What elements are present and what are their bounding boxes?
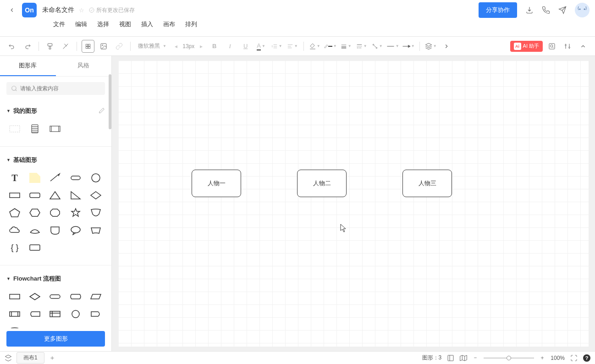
shape-octagon[interactable] bbox=[47, 205, 63, 220]
shape-circle[interactable] bbox=[88, 171, 104, 185]
format-painter-button[interactable] bbox=[44, 40, 56, 53]
menu-select[interactable]: 选择 bbox=[97, 20, 109, 28]
border-style-button[interactable]: ▼ bbox=[355, 40, 368, 53]
canvas-area[interactable]: 人物一 人物二 人物三 bbox=[112, 56, 595, 351]
shape-speech-bubble[interactable] bbox=[67, 223, 84, 237]
canvas-node[interactable]: 人物二 bbox=[297, 170, 347, 197]
shape-note[interactable] bbox=[27, 171, 43, 185]
share-button[interactable]: 分享协作 bbox=[479, 2, 517, 18]
settings-button[interactable] bbox=[561, 40, 574, 53]
shape-star[interactable] bbox=[67, 205, 84, 220]
menu-view[interactable]: 视图 bbox=[119, 20, 131, 28]
map-icon[interactable] bbox=[460, 354, 467, 362]
shape-trapezoid-curved[interactable] bbox=[88, 223, 104, 237]
menu-file[interactable]: 文件 bbox=[53, 20, 65, 28]
shape-custom-2[interactable] bbox=[27, 121, 43, 136]
ai-assistant-button[interactable]: AiAI 助手 bbox=[510, 41, 543, 52]
line-height-button[interactable]: ▼ bbox=[270, 40, 283, 53]
font-family-selector[interactable]: 微软雅黑▼ bbox=[135, 42, 169, 50]
shape-search-input[interactable] bbox=[20, 85, 100, 92]
layers-icon[interactable] bbox=[5, 354, 12, 362]
toolbar-more-button[interactable] bbox=[440, 40, 453, 53]
send-icon[interactable] bbox=[558, 6, 567, 14]
shape-fc-manual[interactable] bbox=[27, 324, 43, 328]
tab-shapes-library[interactable]: 图形库 bbox=[0, 56, 56, 76]
shape-right-triangle[interactable] bbox=[67, 188, 84, 203]
collapse-panel-button[interactable] bbox=[577, 40, 589, 53]
layers-button[interactable]: ▼ bbox=[424, 40, 437, 53]
edit-icon[interactable] bbox=[99, 107, 105, 115]
shape-rect-wide[interactable] bbox=[27, 240, 43, 255]
undo-button[interactable] bbox=[6, 40, 18, 53]
bold-button[interactable]: B bbox=[208, 40, 221, 53]
shape-fc-tape[interactable] bbox=[67, 324, 84, 328]
menu-canvas[interactable]: 画布 bbox=[163, 20, 175, 28]
redo-button[interactable] bbox=[21, 40, 34, 53]
shape-custom-3[interactable] bbox=[47, 121, 63, 136]
shape-fc-database[interactable] bbox=[6, 324, 23, 328]
shape-custom-1[interactable] bbox=[6, 121, 23, 136]
section-basic-shapes[interactable]: ▼ 基础图形 bbox=[6, 153, 105, 167]
more-shapes-button[interactable]: 更多图形 bbox=[6, 331, 105, 347]
line-start-button[interactable]: ▼ bbox=[386, 40, 399, 53]
shape-rounded-rect[interactable] bbox=[27, 188, 43, 203]
shape-search[interactable] bbox=[6, 82, 105, 95]
shape-fc-stored[interactable] bbox=[27, 307, 43, 321]
shape-fc-process[interactable] bbox=[6, 289, 23, 304]
shape-fc-connector[interactable] bbox=[67, 307, 84, 321]
underline-button[interactable]: U bbox=[239, 40, 252, 53]
canvas-node[interactable]: 人物三 bbox=[402, 170, 452, 197]
shape-triangle[interactable] bbox=[47, 188, 63, 203]
download-icon[interactable] bbox=[525, 6, 534, 14]
shape-fc-doc[interactable] bbox=[88, 324, 104, 328]
section-my-shapes[interactable]: ▼ 我的图形 bbox=[6, 104, 105, 118]
zoom-slider[interactable] bbox=[484, 358, 534, 358]
fill-color-button[interactable]: ▼ bbox=[309, 40, 321, 53]
shape-fc-decision[interactable] bbox=[27, 289, 43, 304]
shape-style-button[interactable] bbox=[82, 40, 94, 53]
tab-style[interactable]: 风格 bbox=[56, 56, 112, 76]
canvas[interactable]: 人物一 人物二 人物三 bbox=[118, 61, 589, 347]
favorite-star-icon[interactable]: ☆ bbox=[79, 7, 84, 14]
back-button[interactable] bbox=[6, 4, 18, 17]
shape-fc-internal[interactable] bbox=[47, 307, 63, 321]
link-button[interactable] bbox=[113, 40, 126, 53]
shape-braces[interactable]: { } bbox=[6, 240, 23, 255]
shape-fc-display[interactable] bbox=[67, 289, 84, 304]
shape-rectangle[interactable] bbox=[6, 188, 23, 203]
shape-arc[interactable] bbox=[27, 223, 43, 237]
user-avatar[interactable] bbox=[575, 3, 589, 17]
shape-hexagon[interactable] bbox=[27, 205, 43, 220]
outline-view-icon[interactable] bbox=[447, 354, 454, 362]
shape-rounded-rect-small[interactable] bbox=[67, 171, 84, 185]
fullscreen-icon[interactable] bbox=[570, 354, 578, 362]
connector-button[interactable]: ▼ bbox=[371, 40, 384, 53]
font-size-selector[interactable]: ◂ 13px ▸ bbox=[172, 43, 205, 50]
align-button[interactable]: ▼ bbox=[286, 40, 299, 53]
shape-fc-card[interactable] bbox=[47, 324, 63, 328]
shape-shield[interactable] bbox=[88, 205, 104, 220]
border-color-button[interactable]: ▼ bbox=[324, 40, 337, 53]
page-tab[interactable]: 画布1 bbox=[17, 352, 44, 364]
menu-insert[interactable]: 插入 bbox=[141, 20, 153, 28]
shape-pentagon[interactable] bbox=[6, 205, 23, 220]
document-title[interactable]: 未命名文件 bbox=[42, 6, 74, 14]
zoom-in-button[interactable]: ＋ bbox=[540, 354, 545, 362]
shape-diamond[interactable] bbox=[88, 188, 104, 203]
shape-fc-data[interactable] bbox=[88, 289, 104, 304]
shape-text[interactable]: T bbox=[6, 171, 23, 185]
shape-fc-delay[interactable] bbox=[88, 307, 104, 321]
help-icon[interactable]: ? bbox=[583, 354, 590, 362]
shape-fc-predefined[interactable] bbox=[6, 307, 23, 321]
menu-arrange[interactable]: 排列 bbox=[185, 20, 197, 28]
font-color-button[interactable]: A▼ bbox=[255, 40, 268, 53]
zoom-out-button[interactable]: － bbox=[473, 354, 478, 362]
add-page-button[interactable]: ＋ bbox=[49, 354, 55, 362]
menu-edit[interactable]: 编辑 bbox=[75, 20, 87, 28]
shape-cloud[interactable] bbox=[6, 223, 23, 237]
sidebar-scrollbar[interactable] bbox=[109, 56, 111, 351]
clear-format-button[interactable] bbox=[59, 40, 72, 53]
zoom-level[interactable]: 100% bbox=[551, 355, 565, 361]
find-replace-button[interactable] bbox=[545, 40, 558, 53]
image-button[interactable] bbox=[97, 40, 110, 53]
